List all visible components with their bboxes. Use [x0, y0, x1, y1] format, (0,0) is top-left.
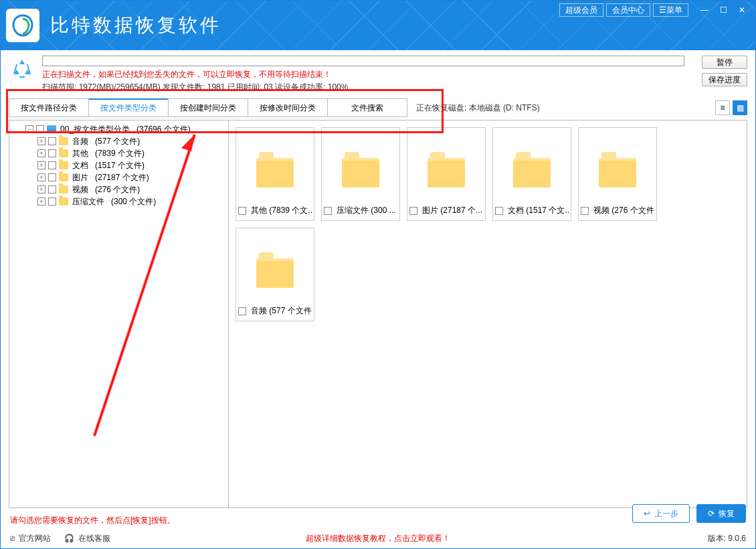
support-link[interactable]: 🎧在线客服	[64, 533, 110, 544]
tab-search[interactable]: 文件搜索	[327, 98, 407, 117]
expand-icon[interactable]: +	[37, 185, 45, 193]
checkbox[interactable]	[48, 149, 56, 157]
tree-item-video[interactable]: +视频(276 个文件)	[13, 183, 224, 195]
close-button[interactable]: ✕	[733, 3, 751, 17]
grid-icon: ▦	[737, 103, 744, 112]
file-tree: − 00_按文件类型分类 (37696 个文件) +音频(577 个文件) +其…	[9, 121, 229, 507]
grid-view-button[interactable]: ▦	[733, 100, 747, 115]
tree-item-docs[interactable]: +文档(1517 个文件)	[13, 159, 224, 171]
expand-icon[interactable]: +	[37, 173, 45, 181]
tab-modified[interactable]: 按修改时间分类	[248, 98, 328, 117]
folder-card[interactable]: 其他 (7839 个文...	[235, 127, 314, 221]
checkbox[interactable]	[581, 207, 589, 215]
tab-created[interactable]: 按创建时间分类	[168, 98, 248, 117]
folder-icon	[59, 161, 68, 169]
title-bar: 比特数据恢复软件 超级会员 会员中心 ☰ 菜单 — ☐ ✕	[1, 1, 755, 50]
scan-progress-bar	[42, 56, 684, 66]
folder-icon	[59, 137, 68, 145]
tutorial-link[interactable]: 超级详细数据恢复教程，点击立即观看！	[306, 533, 450, 544]
folder-icon	[513, 158, 551, 187]
expand-icon[interactable]: +	[37, 149, 45, 157]
minimize-button[interactable]: —	[695, 3, 714, 17]
checkbox[interactable]	[36, 125, 44, 133]
expand-icon[interactable]: +	[37, 137, 45, 145]
vip-button[interactable]: 超级会员	[559, 3, 603, 17]
official-site-link[interactable]: ⎚官方网站	[10, 533, 51, 544]
back-arrow-icon: ↩	[644, 509, 650, 518]
folder-icon	[256, 258, 294, 288]
tree-root[interactable]: − 00_按文件类型分类 (37696 个文件)	[13, 123, 224, 135]
tabs-row: 按文件路径分类 按文件类型分类 按创建时间分类 按修改时间分类 文件搜索 正在恢…	[1, 98, 755, 117]
tree-item-archive[interactable]: +压缩文件(300 个文件)	[13, 195, 224, 208]
version-label: 版本: 9.0.6	[708, 533, 746, 544]
tree-item-other[interactable]: +其他(7839 个文件)	[13, 147, 224, 159]
footer: ⎚官方网站 🎧在线客服 超级详细数据恢复教程，点击立即观看！ 版本: 9.0.6	[1, 528, 755, 548]
recycle-icon	[9, 56, 35, 82]
file-grid: 其他 (7839 个文... 压缩文件 (300 ... 图片 (27187 个…	[229, 121, 747, 507]
menu-icon: ☰	[659, 5, 666, 15]
folder-card[interactable]: 图片 (27187 个...	[407, 127, 486, 221]
checkbox[interactable]	[324, 207, 332, 215]
list-icon: ≡	[720, 103, 725, 112]
checkbox[interactable]	[48, 137, 56, 145]
pause-button[interactable]: 暂停	[702, 56, 747, 69]
save-progress-button[interactable]: 保存进度	[702, 73, 747, 86]
list-view-button[interactable]: ≡	[715, 100, 730, 115]
folder-card[interactable]: 压缩文件 (300 ...	[321, 127, 400, 221]
scan-warning: 正在扫描文件，如果已经找到您丢失的文件，可以立即恢复，不用等待扫描结束！	[42, 69, 695, 80]
scan-stats: 扫描范围: 1972(MB)/259654(MB) 发现文件数: 1981 已用…	[42, 82, 695, 93]
headset-icon: 🎧	[64, 534, 74, 543]
member-center-button[interactable]: 会员中心	[606, 3, 650, 17]
scan-status-bar: 正在扫描文件，如果已经找到您丢失的文件，可以立即恢复，不用等待扫描结束！ 扫描范…	[1, 50, 755, 96]
menu-button[interactable]: ☰ 菜单	[653, 3, 688, 17]
folder-card[interactable]: 文档 (1517 个文...	[492, 127, 571, 221]
folder-icon	[342, 158, 379, 187]
tab-path[interactable]: 按文件路径分类	[9, 98, 89, 117]
prev-step-button[interactable]: ↩上一步	[632, 504, 690, 523]
folder-icon	[256, 158, 294, 187]
folder-icon	[59, 185, 68, 193]
refresh-icon: ⟳	[708, 509, 715, 518]
recover-button[interactable]: ⟳恢复	[696, 504, 746, 523]
disk-info: 正在恢复磁盘: 本地磁盘 (D: NTFS)	[416, 102, 540, 114]
checkbox[interactable]	[48, 185, 56, 193]
app-logo	[6, 9, 39, 42]
app-title: 比特数据恢复软件	[50, 13, 221, 38]
folder-icon	[428, 158, 465, 187]
main-panel: − 00_按文件类型分类 (37696 个文件) +音频(577 个文件) +其…	[9, 120, 747, 508]
checkbox[interactable]	[48, 173, 56, 181]
tree-item-audio[interactable]: +音频(577 个文件)	[13, 135, 224, 147]
checkbox[interactable]	[409, 207, 417, 215]
folder-icon	[59, 173, 68, 181]
tab-filetype[interactable]: 按文件类型分类	[88, 98, 169, 117]
maximize-button[interactable]: ☐	[714, 3, 733, 17]
expand-icon[interactable]: +	[37, 161, 45, 169]
checkbox[interactable]	[238, 207, 246, 215]
folder-icon	[59, 149, 68, 157]
folder-icon	[59, 198, 68, 206]
checkbox[interactable]	[48, 161, 56, 169]
tree-item-images[interactable]: +图片(27187 个文件)	[13, 171, 224, 183]
collapse-icon[interactable]: −	[25, 125, 33, 133]
folder-card[interactable]: 视频 (276 个文件)	[578, 127, 657, 221]
folder-icon	[599, 158, 636, 187]
checkbox[interactable]	[238, 307, 246, 315]
root-icon	[47, 125, 56, 133]
checkbox[interactable]	[495, 207, 503, 215]
folder-card[interactable]: 音频 (577 个文件)	[235, 228, 314, 321]
globe-icon: ⎚	[10, 534, 15, 543]
expand-icon[interactable]: +	[37, 198, 45, 206]
checkbox[interactable]	[48, 198, 56, 206]
